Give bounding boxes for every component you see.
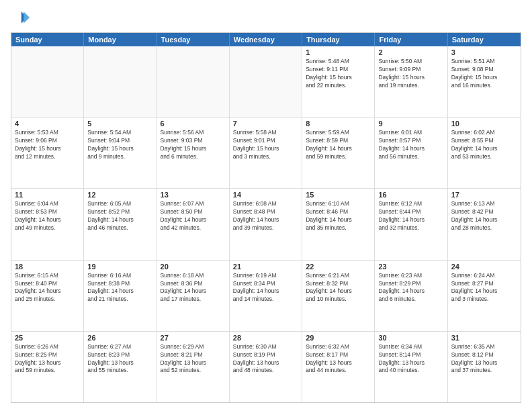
cell-info: Sunrise: 5:50 AMSunset: 9:09 PMDaylight:… bbox=[378, 58, 443, 90]
header-day-tuesday: Tuesday bbox=[157, 33, 230, 46]
cal-cell bbox=[84, 46, 157, 117]
cal-cell: 14Sunrise: 6:08 AMSunset: 8:48 PMDayligh… bbox=[230, 189, 302, 259]
calendar-body: 1Sunrise: 5:48 AMSunset: 9:11 PMDaylight… bbox=[11, 46, 521, 402]
day-number: 4 bbox=[15, 120, 80, 128]
cal-cell: 16Sunrise: 6:12 AMSunset: 8:44 PMDayligh… bbox=[375, 189, 447, 259]
cal-cell: 10Sunrise: 6:02 AMSunset: 8:55 PMDayligh… bbox=[448, 118, 521, 188]
cal-cell: 29Sunrise: 6:32 AMSunset: 8:17 PMDayligh… bbox=[302, 332, 375, 402]
cell-info: Sunrise: 6:24 AMSunset: 8:27 PMDaylight:… bbox=[451, 272, 517, 304]
calendar-row-3: 18Sunrise: 6:15 AMSunset: 8:40 PMDayligh… bbox=[11, 261, 521, 332]
cell-info: Sunrise: 6:15 AMSunset: 8:40 PMDaylight:… bbox=[15, 272, 80, 304]
header-day-sunday: Sunday bbox=[11, 33, 84, 46]
cal-cell: 5Sunrise: 5:54 AMSunset: 9:04 PMDaylight… bbox=[84, 118, 157, 188]
day-number: 2 bbox=[378, 48, 443, 56]
day-number: 11 bbox=[15, 191, 80, 199]
day-number: 22 bbox=[306, 263, 371, 271]
cell-info: Sunrise: 5:53 AMSunset: 9:06 PMDaylight:… bbox=[15, 129, 80, 161]
cal-cell: 30Sunrise: 6:34 AMSunset: 8:14 PMDayligh… bbox=[375, 332, 447, 402]
day-number: 10 bbox=[451, 120, 517, 128]
day-number: 7 bbox=[233, 120, 298, 128]
cal-cell: 11Sunrise: 6:04 AMSunset: 8:53 PMDayligh… bbox=[11, 189, 84, 259]
cell-info: Sunrise: 5:51 AMSunset: 9:08 PMDaylight:… bbox=[451, 58, 517, 90]
logo bbox=[11, 8, 32, 27]
day-number: 15 bbox=[306, 191, 371, 199]
cal-cell: 4Sunrise: 5:53 AMSunset: 9:06 PMDaylight… bbox=[11, 118, 84, 188]
cell-info: Sunrise: 6:07 AMSunset: 8:50 PMDaylight:… bbox=[161, 200, 226, 232]
day-number: 20 bbox=[161, 263, 226, 271]
cell-info: Sunrise: 6:21 AMSunset: 8:32 PMDaylight:… bbox=[306, 272, 371, 304]
day-number: 28 bbox=[233, 334, 298, 342]
logo-icon bbox=[11, 8, 30, 27]
header bbox=[11, 8, 521, 27]
cal-cell: 23Sunrise: 6:23 AMSunset: 8:29 PMDayligh… bbox=[375, 261, 447, 331]
day-number: 26 bbox=[87, 334, 152, 342]
day-number: 23 bbox=[378, 263, 443, 271]
cal-cell bbox=[230, 46, 302, 117]
cell-info: Sunrise: 6:30 AMSunset: 8:19 PMDaylight:… bbox=[233, 343, 298, 375]
cell-info: Sunrise: 6:10 AMSunset: 8:46 PMDaylight:… bbox=[306, 200, 371, 232]
cell-info: Sunrise: 5:56 AMSunset: 9:03 PMDaylight:… bbox=[161, 129, 226, 161]
day-number: 18 bbox=[15, 263, 80, 271]
cal-cell: 24Sunrise: 6:24 AMSunset: 8:27 PMDayligh… bbox=[448, 261, 521, 331]
cal-cell: 7Sunrise: 5:58 AMSunset: 9:01 PMDaylight… bbox=[230, 118, 302, 188]
cell-info: Sunrise: 6:05 AMSunset: 8:52 PMDaylight:… bbox=[87, 200, 152, 232]
cal-cell bbox=[11, 46, 84, 117]
cal-cell: 25Sunrise: 6:26 AMSunset: 8:25 PMDayligh… bbox=[11, 332, 84, 402]
day-number: 8 bbox=[306, 120, 371, 128]
day-number: 6 bbox=[161, 120, 226, 128]
cal-cell: 3Sunrise: 5:51 AMSunset: 9:08 PMDaylight… bbox=[448, 46, 521, 117]
cal-cell: 1Sunrise: 5:48 AMSunset: 9:11 PMDaylight… bbox=[302, 46, 375, 117]
cal-cell: 17Sunrise: 6:13 AMSunset: 8:42 PMDayligh… bbox=[448, 189, 521, 259]
cell-info: Sunrise: 6:01 AMSunset: 8:57 PMDaylight:… bbox=[378, 129, 443, 161]
calendar-row-0: 1Sunrise: 5:48 AMSunset: 9:11 PMDaylight… bbox=[11, 46, 521, 118]
cal-cell: 9Sunrise: 6:01 AMSunset: 8:57 PMDaylight… bbox=[375, 118, 447, 188]
cal-cell: 19Sunrise: 6:16 AMSunset: 8:38 PMDayligh… bbox=[84, 261, 157, 331]
cal-cell: 6Sunrise: 5:56 AMSunset: 9:03 PMDaylight… bbox=[157, 118, 230, 188]
day-number: 1 bbox=[306, 48, 371, 56]
day-number: 5 bbox=[87, 120, 152, 128]
cell-info: Sunrise: 5:54 AMSunset: 9:04 PMDaylight:… bbox=[87, 129, 152, 161]
cal-cell: 22Sunrise: 6:21 AMSunset: 8:32 PMDayligh… bbox=[302, 261, 375, 331]
day-number: 31 bbox=[451, 334, 517, 342]
cal-cell: 20Sunrise: 6:18 AMSunset: 8:36 PMDayligh… bbox=[157, 261, 230, 331]
cal-cell bbox=[157, 46, 230, 117]
cell-info: Sunrise: 6:32 AMSunset: 8:17 PMDaylight:… bbox=[306, 343, 371, 375]
cell-info: Sunrise: 5:59 AMSunset: 8:59 PMDaylight:… bbox=[306, 129, 371, 161]
day-number: 21 bbox=[233, 263, 298, 271]
cal-cell: 21Sunrise: 6:19 AMSunset: 8:34 PMDayligh… bbox=[230, 261, 302, 331]
day-number: 30 bbox=[378, 334, 443, 342]
cal-cell: 12Sunrise: 6:05 AMSunset: 8:52 PMDayligh… bbox=[84, 189, 157, 259]
header-day-monday: Monday bbox=[84, 33, 157, 46]
cal-cell: 8Sunrise: 5:59 AMSunset: 8:59 PMDaylight… bbox=[302, 118, 375, 188]
calendar-row-1: 4Sunrise: 5:53 AMSunset: 9:06 PMDaylight… bbox=[11, 118, 521, 189]
cell-info: Sunrise: 5:48 AMSunset: 9:11 PMDaylight:… bbox=[306, 58, 371, 90]
day-number: 13 bbox=[161, 191, 226, 199]
calendar: SundayMondayTuesdayWednesdayThursdayFrid… bbox=[11, 32, 521, 403]
day-number: 24 bbox=[451, 263, 517, 271]
day-number: 27 bbox=[161, 334, 226, 342]
day-number: 17 bbox=[451, 191, 517, 199]
cal-cell: 15Sunrise: 6:10 AMSunset: 8:46 PMDayligh… bbox=[302, 189, 375, 259]
cal-cell: 18Sunrise: 6:15 AMSunset: 8:40 PMDayligh… bbox=[11, 261, 84, 331]
calendar-header: SundayMondayTuesdayWednesdayThursdayFrid… bbox=[11, 33, 521, 46]
header-day-wednesday: Wednesday bbox=[230, 33, 302, 46]
cell-info: Sunrise: 6:13 AMSunset: 8:42 PMDaylight:… bbox=[451, 200, 517, 232]
cell-info: Sunrise: 6:18 AMSunset: 8:36 PMDaylight:… bbox=[161, 272, 226, 304]
calendar-row-2: 11Sunrise: 6:04 AMSunset: 8:53 PMDayligh… bbox=[11, 189, 521, 260]
cell-info: Sunrise: 6:19 AMSunset: 8:34 PMDaylight:… bbox=[233, 272, 298, 304]
day-number: 14 bbox=[233, 191, 298, 199]
day-number: 9 bbox=[378, 120, 443, 128]
header-day-friday: Friday bbox=[375, 33, 447, 46]
cell-info: Sunrise: 6:16 AMSunset: 8:38 PMDaylight:… bbox=[87, 272, 152, 304]
cell-info: Sunrise: 6:34 AMSunset: 8:14 PMDaylight:… bbox=[378, 343, 443, 375]
day-number: 19 bbox=[87, 263, 152, 271]
day-number: 3 bbox=[451, 48, 517, 56]
cell-info: Sunrise: 6:04 AMSunset: 8:53 PMDaylight:… bbox=[15, 200, 80, 232]
cell-info: Sunrise: 6:29 AMSunset: 8:21 PMDaylight:… bbox=[161, 343, 226, 375]
day-number: 29 bbox=[306, 334, 371, 342]
cal-cell: 2Sunrise: 5:50 AMSunset: 9:09 PMDaylight… bbox=[375, 46, 447, 117]
cal-cell: 26Sunrise: 6:27 AMSunset: 8:23 PMDayligh… bbox=[84, 332, 157, 402]
cell-info: Sunrise: 6:02 AMSunset: 8:55 PMDaylight:… bbox=[451, 129, 517, 161]
day-number: 25 bbox=[15, 334, 80, 342]
cell-info: Sunrise: 6:26 AMSunset: 8:25 PMDaylight:… bbox=[15, 343, 80, 375]
